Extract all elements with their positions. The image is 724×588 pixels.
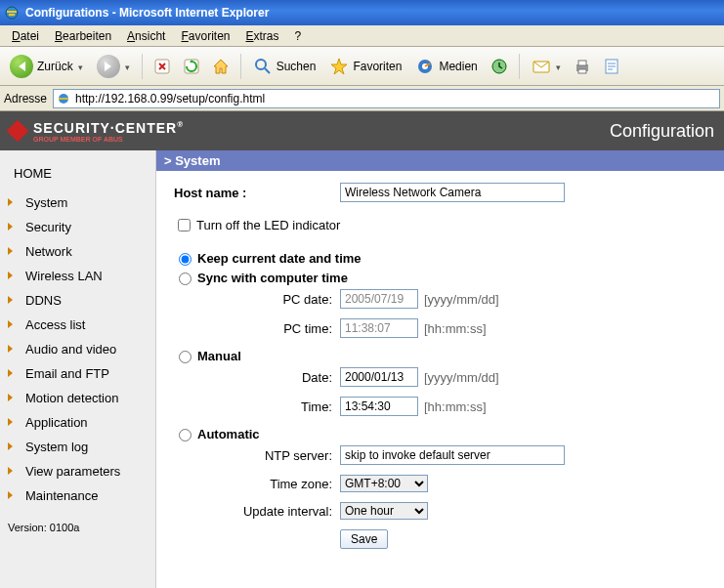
sidebar-item-audio-and-video[interactable]: Audio and video xyxy=(4,337,151,361)
dt-sync-label: Sync with computer time xyxy=(197,271,348,285)
menu-file[interactable]: Datei xyxy=(4,27,47,45)
page-title: Configuration xyxy=(610,121,714,142)
url-input[interactable] xyxy=(71,92,719,105)
back-icon xyxy=(10,55,33,78)
menu-bar: Datei Bearbeiten Ansicht Favoriten Extra… xyxy=(0,25,724,47)
favorites-button[interactable]: Favoriten xyxy=(325,55,405,78)
man-date-input[interactable] xyxy=(340,367,418,387)
sidebar-item-label: Maintenance xyxy=(25,488,98,503)
brand-text: SECURITY·CENTER® GROUP MEMBER OF ABUS xyxy=(33,120,184,143)
ntp-label: NTP server: xyxy=(174,448,340,463)
tz-select[interactable]: GMT+8:00 xyxy=(340,475,428,492)
search-icon xyxy=(253,57,273,76)
history-button[interactable] xyxy=(488,55,511,78)
menu-extras[interactable]: Extras xyxy=(238,27,287,45)
dt-auto-label: Automatic xyxy=(197,427,260,441)
search-button[interactable]: Suchen xyxy=(249,55,320,78)
svg-point-3 xyxy=(256,60,266,69)
sidebar-item-motion-detection[interactable]: Motion detection xyxy=(4,386,151,410)
sidebar-item-view-parameters[interactable]: View parameters xyxy=(4,459,151,483)
arrow-icon xyxy=(8,320,18,330)
svg-rect-11 xyxy=(578,69,586,73)
menu-favorites[interactable]: Favoriten xyxy=(173,27,237,45)
menu-help[interactable]: ? xyxy=(287,27,310,45)
sidebar-item-maintenance[interactable]: Maintenance xyxy=(4,483,151,508)
sidebar-item-label: System xyxy=(25,195,67,210)
save-button[interactable]: Save xyxy=(340,529,388,549)
forward-icon xyxy=(97,55,120,78)
dt-sync-radio[interactable] xyxy=(179,273,192,285)
pc-date-label: PC date: xyxy=(174,292,340,307)
man-time-input[interactable] xyxy=(340,397,418,416)
forward-button[interactable] xyxy=(93,53,134,80)
mail-dropdown-caret[interactable] xyxy=(555,60,561,73)
led-checkbox[interactable] xyxy=(178,219,191,231)
media-label: Medien xyxy=(439,60,477,73)
pc-time-label: PC time: xyxy=(174,321,340,336)
sidebar-item-label: Security xyxy=(25,220,71,234)
hostname-input[interactable] xyxy=(340,183,565,202)
sidebar-item-application[interactable]: Application xyxy=(4,410,151,435)
man-time-label: Time: xyxy=(174,399,340,414)
arrow-icon xyxy=(8,345,18,355)
version-label: Version: 0100a xyxy=(4,522,151,533)
arrow-icon xyxy=(8,442,18,452)
interval-select[interactable]: One hour xyxy=(340,502,428,520)
separator xyxy=(519,54,520,79)
back-dropdown-caret[interactable] xyxy=(77,60,83,73)
menu-edit[interactable]: Bearbeiten xyxy=(47,27,119,45)
arrow-icon xyxy=(8,418,18,428)
led-label: Turn off the LED indicator xyxy=(196,218,340,232)
sidebar-item-label: Network xyxy=(25,244,72,259)
address-label: Adresse xyxy=(4,92,47,105)
refresh-button[interactable] xyxy=(180,55,203,78)
sidebar-item-label: DDNS xyxy=(25,293,62,308)
sidebar-item-label: Access list xyxy=(25,317,85,332)
sidebar-item-label: Audio and video xyxy=(25,342,116,357)
sidebar-item-system-log[interactable]: System log xyxy=(4,435,151,459)
arrow-icon xyxy=(8,369,18,379)
arrow-icon xyxy=(8,272,18,281)
menu-view[interactable]: Ansicht xyxy=(119,27,173,45)
address-box[interactable] xyxy=(53,89,720,108)
sidebar: HOME SystemSecurityNetworkWireless LANDD… xyxy=(0,150,156,588)
window-title: Configurations - Microsoft Internet Expl… xyxy=(25,6,269,20)
mail-button[interactable] xyxy=(528,57,565,76)
forward-dropdown-caret[interactable] xyxy=(124,60,130,73)
dt-keep-radio[interactable] xyxy=(179,253,192,266)
sidebar-item-network[interactable]: Network xyxy=(4,239,151,264)
sidebar-item-ddns[interactable]: DDNS xyxy=(4,288,151,313)
arrow-icon xyxy=(8,491,18,501)
sidebar-item-email-and-ftp[interactable]: Email and FTP xyxy=(4,361,151,386)
dt-auto-radio[interactable] xyxy=(179,429,192,441)
tz-label: Time zone: xyxy=(174,477,340,491)
sidebar-item-wireless-lan[interactable]: Wireless LAN xyxy=(4,264,151,288)
app-header: SECURITY·CENTER® GROUP MEMBER OF ABUS Co… xyxy=(0,111,724,150)
print-button[interactable] xyxy=(571,55,594,78)
sidebar-item-label: Wireless LAN xyxy=(25,269,103,283)
sidebar-item-system[interactable]: System xyxy=(4,190,151,215)
separator xyxy=(142,54,143,79)
edit-button[interactable] xyxy=(600,55,623,78)
back-label: Zurück xyxy=(37,60,73,73)
sidebar-item-label: System log xyxy=(25,440,88,454)
sidebar-item-label: Application xyxy=(25,415,88,430)
address-bar: Adresse xyxy=(0,86,724,111)
brand-logo: SECURITY·CENTER® GROUP MEMBER OF ABUS xyxy=(10,120,184,143)
pc-time-field xyxy=(340,318,418,338)
ntp-input[interactable] xyxy=(340,445,565,465)
back-button[interactable]: Zurück xyxy=(6,53,87,80)
dt-manual-radio[interactable] xyxy=(179,351,192,363)
sidebar-home[interactable]: HOME xyxy=(4,160,151,190)
toolbar: Zurück Suchen Favoriten Medien xyxy=(0,47,724,86)
arrow-icon xyxy=(8,296,18,306)
sidebar-item-access-list[interactable]: Access list xyxy=(4,313,151,337)
home-button[interactable] xyxy=(209,55,233,78)
section-title: > System xyxy=(156,150,724,171)
sidebar-item-security[interactable]: Security xyxy=(4,215,151,239)
svg-line-4 xyxy=(265,68,270,73)
page-icon xyxy=(56,91,71,106)
sidebar-item-label: Email and FTP xyxy=(25,366,109,381)
stop-button[interactable] xyxy=(150,55,174,78)
media-button[interactable]: Medien xyxy=(411,55,481,78)
